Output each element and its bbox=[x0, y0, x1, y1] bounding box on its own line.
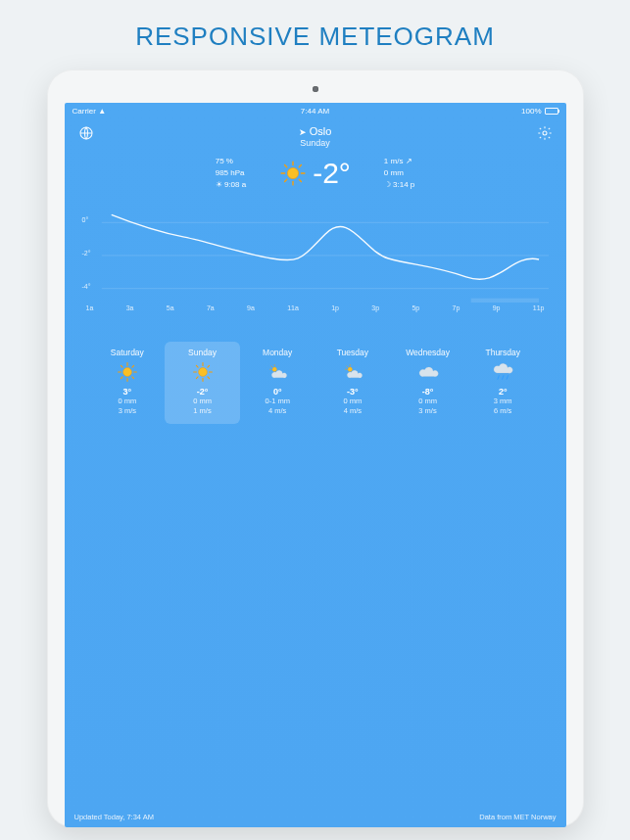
svg-line-74 bbox=[507, 376, 508, 380]
y-tick: -4° bbox=[82, 283, 91, 290]
forecast-card-saturday[interactable]: Saturday 3° 0 mm 3 m/s bbox=[90, 342, 166, 424]
x-tick: 11p bbox=[533, 304, 545, 311]
forecast-temp: -2° bbox=[167, 387, 238, 397]
forecast-wind: 1 m/s bbox=[167, 406, 238, 416]
partly-icon bbox=[342, 361, 363, 383]
svg-point-2 bbox=[288, 167, 299, 178]
status-bar: Carrier ▲ 7:44 AM 100% bbox=[65, 103, 566, 119]
cloud-icon bbox=[516, 242, 532, 257]
sun-icon bbox=[192, 361, 214, 383]
forecast-temp: 0° bbox=[242, 387, 314, 397]
svg-rect-45 bbox=[470, 299, 538, 303]
battery-label: 100% bbox=[521, 107, 541, 116]
current-conditions: 75 % 985 hPa ☀ 9:08 a -2° 1 m/s ↗ 0 mm ☽… bbox=[65, 156, 566, 191]
svg-line-10 bbox=[299, 165, 301, 167]
humidity-value: 75 % bbox=[216, 156, 246, 167]
forecast-card-sunday[interactable]: Sunday -2° 0 mm 1 m/s bbox=[165, 342, 240, 424]
app-screen: Carrier ▲ 7:44 AM 100% ➤Oslo Sunday bbox=[65, 103, 566, 827]
svg-line-53 bbox=[121, 377, 122, 379]
y-tick: -2° bbox=[82, 250, 91, 257]
forecast-temp: -3° bbox=[317, 387, 389, 397]
gear-icon[interactable] bbox=[537, 125, 553, 141]
forecast-day-label: Tuesday bbox=[317, 348, 389, 357]
svg-line-54 bbox=[132, 365, 134, 367]
moon-icon bbox=[103, 205, 119, 212]
tablet-frame: Carrier ▲ 7:44 AM 100% ➤Oslo Sunday bbox=[47, 70, 584, 827]
forecast-card-wednesday[interactable]: Wednesday -8° 0 mm 3 m/s bbox=[390, 342, 465, 424]
svg-point-68 bbox=[348, 367, 352, 371]
forecast-row: Saturday 3° 0 mm 3 m/s Sunday -2° 0 mm 1… bbox=[90, 342, 541, 424]
forecast-card-monday[interactable]: Monday 0° 0-1 mm 4 m/s bbox=[240, 342, 315, 424]
svg-point-55 bbox=[198, 368, 207, 377]
camera-icon bbox=[313, 86, 318, 92]
svg-line-52 bbox=[132, 377, 134, 379]
city-label: ➤Oslo bbox=[299, 125, 332, 137]
x-tick: 1p bbox=[331, 304, 339, 311]
x-tick: 7a bbox=[207, 304, 215, 311]
forecast-wind: 4 m/s bbox=[242, 406, 314, 416]
svg-line-61 bbox=[207, 377, 209, 379]
svg-line-63 bbox=[207, 365, 209, 367]
x-tick: 9a bbox=[247, 304, 255, 311]
current-day-label: Sunday bbox=[299, 138, 332, 148]
cloud-icon bbox=[477, 254, 493, 269]
precip-value: 0 mm bbox=[384, 167, 414, 179]
x-tick: 5a bbox=[167, 304, 174, 311]
forecast-temp: 2° bbox=[467, 387, 539, 397]
forecast-day-label: Saturday bbox=[92, 348, 164, 357]
x-axis-labels: 1a3a5a7a9a11a1p3p5p7p9p11p bbox=[82, 304, 549, 311]
statusbar-time: 7:44 AM bbox=[301, 107, 329, 116]
x-tick: 7p bbox=[453, 304, 460, 311]
svg-line-62 bbox=[196, 377, 198, 379]
sunset-value: ☽ 3:14 p bbox=[384, 179, 414, 191]
moon-icon bbox=[142, 209, 158, 224]
svg-line-9 bbox=[285, 179, 287, 181]
forecast-wind: 3 m/s bbox=[392, 406, 463, 416]
forecast-precip: 0 mm bbox=[92, 397, 164, 406]
sunrise-value: ☀ 9:08 a bbox=[216, 179, 246, 191]
forecast-precip: 3 mm bbox=[467, 397, 539, 406]
svg-point-64 bbox=[272, 367, 276, 371]
forecast-temp: 3° bbox=[92, 387, 164, 397]
svg-line-71 bbox=[347, 366, 348, 367]
forecast-temp: -8° bbox=[392, 387, 463, 397]
forecast-precip: 0 mm bbox=[167, 397, 238, 406]
forecast-day-label: Monday bbox=[242, 348, 314, 357]
forecast-card-thursday[interactable]: Thursday 2° 3 mm 6 m/s bbox=[465, 342, 541, 424]
sun-icon bbox=[361, 232, 376, 248]
chart-svg bbox=[82, 205, 549, 303]
meteogram-chart[interactable]: 0° -2° -4° 1a3a5a7a9a11a1p3p5p7p9p11p bbox=[82, 205, 549, 332]
partly-icon bbox=[267, 361, 288, 383]
page-title: RESPONSIVE METEOGRAM bbox=[0, 0, 630, 70]
cloud-icon bbox=[417, 361, 439, 383]
svg-line-67 bbox=[271, 366, 272, 367]
partly-icon bbox=[395, 242, 411, 257]
updated-label: Updated Today, 7:34 AM bbox=[74, 813, 154, 821]
forecast-precip: 0-1 mm bbox=[242, 397, 314, 406]
x-tick: 5p bbox=[412, 304, 419, 311]
sun-icon bbox=[279, 160, 307, 187]
svg-line-7 bbox=[285, 165, 287, 167]
wifi-icon: ▲ bbox=[98, 107, 106, 116]
forecast-wind: 3 m/s bbox=[92, 406, 164, 416]
svg-line-60 bbox=[196, 365, 198, 367]
conditions-left: 75 % 985 hPa ☀ 9:08 a bbox=[216, 156, 246, 191]
location-arrow-icon: ➤ bbox=[299, 127, 307, 137]
forecast-day-label: Thursday bbox=[467, 348, 539, 357]
forecast-precip: 0 mm bbox=[317, 397, 389, 406]
x-tick: 1a bbox=[86, 304, 94, 311]
svg-line-8 bbox=[299, 179, 301, 181]
rain-icon bbox=[492, 361, 513, 383]
globe-icon[interactable] bbox=[78, 125, 94, 141]
sun-icon bbox=[303, 228, 318, 244]
forecast-wind: 6 m/s bbox=[467, 406, 539, 416]
svg-line-51 bbox=[121, 365, 122, 367]
battery-icon bbox=[545, 108, 558, 115]
conditions-right: 1 m/s ↗ 0 mm ☽ 3:14 p bbox=[384, 156, 414, 191]
wind-value: 1 m/s ↗ bbox=[384, 156, 414, 167]
svg-point-46 bbox=[122, 368, 131, 377]
forecast-card-tuesday[interactable]: Tuesday -3° 0 mm 4 m/s bbox=[315, 342, 391, 424]
moon-icon bbox=[264, 241, 279, 257]
moon-icon bbox=[219, 232, 235, 248]
carrier-label: Carrier ▲ bbox=[73, 107, 107, 116]
